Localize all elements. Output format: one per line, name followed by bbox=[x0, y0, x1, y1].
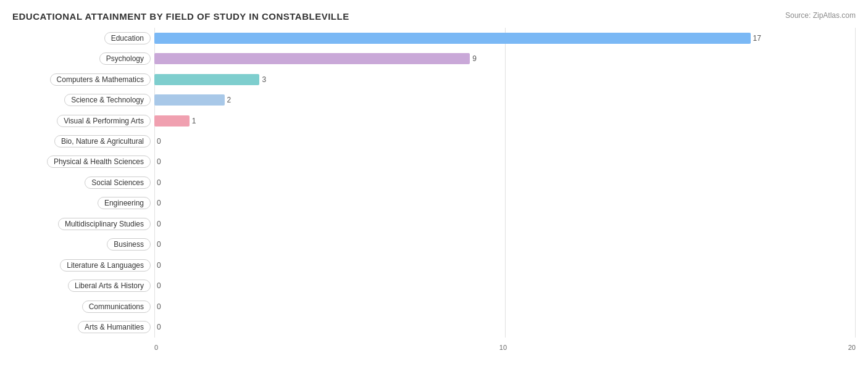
bar-row: Education17 bbox=[12, 29, 856, 48]
bar-fill bbox=[154, 74, 259, 85]
bar-label-container: Business bbox=[12, 238, 154, 251]
bar-fill bbox=[154, 53, 470, 64]
bar-fill bbox=[154, 94, 225, 106]
chart-area: Education17Psychology9Computers & Mathem… bbox=[12, 28, 856, 351]
bar-fill bbox=[154, 115, 190, 127]
bar-label-text: Bio, Nature & Agricultural bbox=[54, 135, 151, 147]
bar-label-text: Physical & Health Sciences bbox=[47, 156, 151, 168]
bar-label-text: Science & Technology bbox=[64, 94, 151, 106]
bar-row: Liberal Arts & History0 bbox=[12, 276, 856, 295]
source-label: Source: ZipAtlas.com bbox=[785, 11, 856, 20]
bar-track: 0 bbox=[154, 218, 856, 230]
bar-label-container: Literature & Languages bbox=[12, 259, 154, 272]
bar-label-container: Visual & Performing Arts bbox=[12, 115, 154, 127]
bar-label-text: Visual & Performing Arts bbox=[57, 115, 151, 127]
bar-track: 9 bbox=[154, 52, 856, 65]
bar-value-label: 0 bbox=[157, 220, 161, 228]
bar-row: Engineering0 bbox=[12, 194, 856, 213]
bar-row: Business0 bbox=[12, 236, 856, 254]
bar-label-container: Engineering bbox=[12, 197, 154, 209]
bar-value-label: 0 bbox=[157, 281, 161, 290]
bar-track: 0 bbox=[154, 321, 856, 333]
bar-label-text: Business bbox=[107, 238, 151, 251]
bar-track: 0 bbox=[154, 259, 856, 272]
bar-value-label: 3 bbox=[262, 75, 266, 84]
bar-value-label: 0 bbox=[157, 178, 161, 187]
bar-value-label: 0 bbox=[157, 157, 161, 166]
bar-label-text: Literature & Languages bbox=[60, 259, 151, 272]
bar-track: 1 bbox=[154, 115, 856, 127]
bar-value-label: 0 bbox=[157, 302, 161, 311]
bars-area: Education17Psychology9Computers & Mathem… bbox=[12, 28, 856, 338]
bar-value-label: 0 bbox=[157, 240, 161, 249]
bar-label-text: Multidisciplinary Studies bbox=[58, 218, 151, 230]
bar-row: Arts & Humanities0 bbox=[12, 318, 856, 336]
bar-label-container: Bio, Nature & Agricultural bbox=[12, 135, 154, 147]
bar-label-container: Multidisciplinary Studies bbox=[12, 218, 154, 230]
bar-row: Literature & Languages0 bbox=[12, 256, 856, 275]
bar-label-text: Computers & Mathematics bbox=[50, 73, 151, 86]
bar-value-label: 17 bbox=[753, 34, 761, 43]
bar-track: 0 bbox=[154, 280, 856, 292]
bar-track: 2 bbox=[154, 94, 856, 106]
chart-container: EDUCATIONAL ATTAINMENT BY FIELD OF STUDY… bbox=[0, 0, 868, 390]
x-label-10: 10 bbox=[499, 344, 507, 351]
bar-label-text: Education bbox=[104, 32, 151, 44]
bar-track: 0 bbox=[154, 301, 856, 313]
bar-row: Bio, Nature & Agricultural0 bbox=[12, 132, 856, 151]
bar-track: 0 bbox=[154, 156, 856, 168]
bar-label-text: Liberal Arts & History bbox=[68, 280, 151, 292]
bar-label-container: Physical & Health Sciences bbox=[12, 156, 154, 168]
bar-track: 3 bbox=[154, 73, 856, 86]
chart-title: EDUCATIONAL ATTAINMENT BY FIELD OF STUDY… bbox=[12, 11, 856, 22]
bar-value-label: 0 bbox=[157, 199, 161, 207]
bar-row: Computers & Mathematics3 bbox=[12, 70, 856, 89]
bar-label-container: Communications bbox=[12, 301, 154, 313]
bar-track: 0 bbox=[154, 197, 856, 209]
bar-label-container: Liberal Arts & History bbox=[12, 280, 154, 292]
bar-row: Multidisciplinary Studies0 bbox=[12, 215, 856, 233]
bar-label-container: Education bbox=[12, 32, 154, 44]
bar-label-text: Communications bbox=[82, 301, 151, 313]
bar-label-container: Science & Technology bbox=[12, 94, 154, 106]
bar-row: Science & Technology2 bbox=[12, 91, 856, 109]
bar-fill bbox=[154, 33, 751, 44]
bar-row: Physical & Health Sciences0 bbox=[12, 153, 856, 172]
x-label-0: 0 bbox=[154, 344, 158, 351]
bar-label-container: Arts & Humanities bbox=[12, 321, 154, 333]
bar-row: Social Sciences0 bbox=[12, 173, 856, 192]
bar-label-text: Social Sciences bbox=[85, 176, 151, 189]
bar-label-text: Engineering bbox=[98, 197, 151, 209]
bar-label-container: Social Sciences bbox=[12, 176, 154, 189]
bar-label-text: Arts & Humanities bbox=[78, 321, 151, 333]
x-label-20: 20 bbox=[848, 344, 856, 351]
bar-label-container: Computers & Mathematics bbox=[12, 73, 154, 86]
bar-row: Psychology9 bbox=[12, 49, 856, 68]
bar-track: 0 bbox=[154, 135, 856, 147]
bar-track: 17 bbox=[154, 32, 856, 44]
bar-value-label: 0 bbox=[157, 261, 161, 270]
bar-value-label: 2 bbox=[227, 96, 232, 104]
bar-label-container: Psychology bbox=[12, 52, 154, 65]
bar-row: Visual & Performing Arts1 bbox=[12, 112, 856, 130]
bar-value-label: 9 bbox=[472, 54, 477, 63]
bar-label-text: Psychology bbox=[99, 52, 151, 65]
bar-row: Communications0 bbox=[12, 297, 856, 316]
bar-track: 0 bbox=[154, 176, 856, 189]
bar-value-label: 0 bbox=[157, 137, 161, 146]
x-axis-labels: 0 10 20 bbox=[154, 344, 856, 351]
bar-value-label: 1 bbox=[192, 117, 196, 125]
bar-value-label: 0 bbox=[157, 323, 161, 331]
bar-track: 0 bbox=[154, 238, 856, 251]
